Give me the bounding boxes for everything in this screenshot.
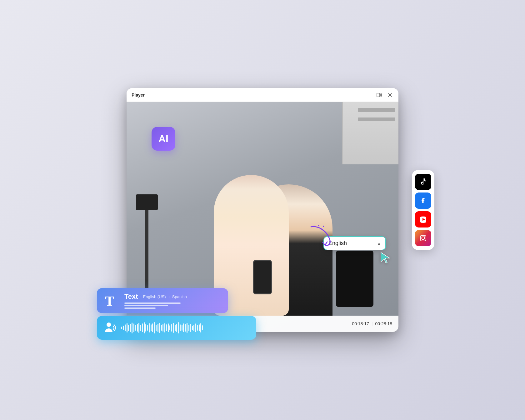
svg-point-5 <box>313 226 315 227</box>
waveform-bar <box>199 324 200 331</box>
waveform-bar <box>190 324 191 332</box>
svg-point-7 <box>323 226 324 227</box>
waveform-bar <box>140 325 141 331</box>
social-media-panel <box>412 170 434 250</box>
tripod-pole <box>145 207 148 301</box>
social-youtube-button[interactable] <box>415 211 431 228</box>
waveform-bar <box>159 323 160 333</box>
shelf-2 <box>358 118 395 121</box>
svg-marker-4 <box>381 252 390 263</box>
waveform-bar <box>145 324 146 332</box>
studio-light <box>336 251 373 307</box>
text-line-1 <box>124 302 181 304</box>
waveform-bar <box>132 322 132 333</box>
waveform-bar <box>173 323 174 333</box>
waveform-bar <box>202 325 203 330</box>
svg-point-3 <box>389 94 391 96</box>
waveform-bar <box>137 324 138 332</box>
waveform-bar <box>178 322 179 333</box>
svg-rect-0 <box>377 93 379 97</box>
text-card-lines <box>124 302 187 309</box>
waveform-bar <box>133 323 134 332</box>
social-tiktok-button[interactable] <box>415 174 431 190</box>
current-time: 00:18:17 <box>352 321 369 326</box>
layout-icon[interactable] <box>376 92 383 98</box>
waveform-bar <box>168 323 169 332</box>
text-line-2 <box>124 305 168 306</box>
waveform-bar <box>152 323 153 332</box>
arrow-decoration <box>305 224 336 250</box>
svg-rect-1 <box>380 93 382 95</box>
waveform-bars <box>121 322 250 333</box>
waveform-bar <box>125 324 126 331</box>
waveform-bar <box>195 323 196 332</box>
waveform-bar <box>149 323 150 332</box>
waveform-bar <box>169 325 170 330</box>
text-card-content: Text English (US) → Spanish <box>124 292 187 309</box>
svg-point-6 <box>318 225 319 226</box>
settings-icon[interactable] <box>387 92 393 98</box>
audio-waveform-card <box>97 316 256 340</box>
waveform-bar <box>176 324 177 332</box>
waveform-bar <box>123 326 124 330</box>
svg-text:T: T <box>105 293 114 308</box>
waveform-bar <box>151 324 152 331</box>
svg-point-9 <box>422 237 425 240</box>
shelf-1 <box>358 108 395 112</box>
waveform-bar <box>175 325 176 331</box>
waveform-bar <box>138 323 139 333</box>
waveform-bar <box>197 325 198 331</box>
light-head <box>136 194 158 210</box>
waveform-bar <box>183 323 184 332</box>
scene-wrapper: Player <box>106 46 419 374</box>
waveform-bar <box>135 325 136 331</box>
svg-rect-2 <box>380 95 382 97</box>
waveform-bar <box>142 323 143 332</box>
waveform-bar <box>185 324 186 332</box>
waveform-bar <box>187 323 188 333</box>
text-line-3 <box>124 308 156 309</box>
phone-on-tripod <box>253 260 272 294</box>
waveform-bar <box>164 323 165 332</box>
waveform-bar <box>130 324 131 332</box>
social-instagram-button[interactable] <box>415 230 431 246</box>
total-time: 00:28:18 <box>375 321 392 326</box>
time-display: 00:18:17 | 00:28:18 <box>352 321 392 326</box>
ai-badge: AI <box>152 127 175 151</box>
svg-point-10 <box>424 236 425 237</box>
waveform-bar <box>154 322 155 333</box>
waveform-bar <box>193 325 194 331</box>
waveform-bar <box>158 324 158 332</box>
ai-badge-text: AI <box>158 133 168 145</box>
text-card-title: Text <box>124 292 138 301</box>
audio-icon-wrapper <box>103 321 117 335</box>
waveform-bar <box>127 323 128 332</box>
waveform-bar <box>180 324 181 331</box>
waveform-bar <box>121 327 122 329</box>
title-bar-icons <box>376 92 393 98</box>
waveform-bar <box>182 325 182 331</box>
waveform-bar <box>162 324 163 332</box>
waveform-bar <box>156 325 157 331</box>
waveform-bar <box>192 326 193 330</box>
waveform-bar <box>128 325 129 331</box>
waveform-bar <box>188 325 189 331</box>
text-icon-wrapper: T <box>103 292 119 309</box>
text-translation-card: T Text English (US) → Spanish <box>97 288 228 313</box>
waveform-bar <box>144 322 145 333</box>
waveform-bar <box>200 323 201 332</box>
svg-point-12 <box>107 322 111 327</box>
waveform-bar <box>171 324 172 332</box>
waveform-bar <box>166 324 167 331</box>
cursor-arrow <box>379 251 392 265</box>
time-separator: | <box>372 321 373 326</box>
window-title: Player <box>132 92 145 98</box>
waveform-bar <box>161 325 162 331</box>
social-facebook-button[interactable] <box>415 192 431 209</box>
chevron-up-icon: ▲ <box>377 241 381 246</box>
waveform-bar <box>147 325 148 331</box>
title-bar: Player <box>127 88 398 102</box>
text-card-subtitle: English (US) → Spanish <box>143 294 187 299</box>
